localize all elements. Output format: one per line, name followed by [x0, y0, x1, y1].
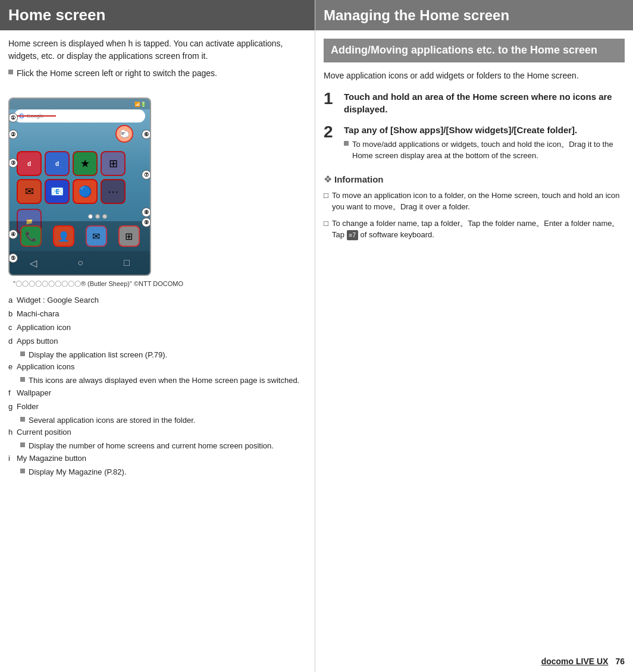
info-diamond-icon: ❖: [324, 174, 332, 185]
copyright-text: "〇〇〇〇〇〇〇〇〇〇® (Butler Sheep)" ©NTT DOCOMO: [13, 280, 183, 287]
keyboard-icon: ≡7: [347, 230, 358, 240]
left-header: Home screen: [0, 0, 315, 30]
item-row-g: g Folder: [8, 401, 306, 413]
dock-apps: ⊞: [118, 225, 140, 247]
indicator-4: ④: [8, 230, 18, 239]
item-sub-d: Display the application list screen (P.7…: [8, 349, 306, 362]
item-sub-i-text: Display My Magazine (P.82).: [29, 466, 127, 479]
bullet-i-icon: [20, 469, 25, 473]
app-icon-more: ⋯: [101, 179, 126, 204]
phone-copyright: "〇〇〇〇〇〇〇〇〇〇® (Butler Sheep)" ©NTT DOCOMO: [13, 280, 183, 288]
item-letter-g: g: [8, 401, 17, 413]
step-2-sub-text: To move/add applications or widgets, tou…: [352, 139, 625, 162]
indicator-6: ⑥: [142, 130, 151, 139]
step-2-bullet: To move/add applications or widgets, tou…: [344, 139, 625, 162]
info-section: ❖ Information □ To move an application i…: [324, 174, 625, 241]
item-letter-h: h: [8, 426, 17, 439]
footer: docomo LIVE UX 76: [315, 651, 633, 672]
item-letter-a: a: [8, 294, 17, 307]
dock-contacts: 👤: [53, 225, 74, 247]
item-row-h: h Current position: [8, 426, 306, 439]
indicator-2: ②: [8, 130, 18, 139]
step-2: 2 Tap any of [Show apps]/[Show widgets]/…: [324, 124, 625, 165]
item-label-f: Wallpaper: [17, 387, 51, 400]
info-title: Information: [334, 174, 384, 184]
info-bullet-2: □ To change a folder name, tap a folder。…: [324, 218, 625, 241]
indicator-5: ⑤: [8, 253, 18, 263]
right-body: Adding/Moving applications etc. to the H…: [315, 39, 633, 245]
info-text-1: To move an application icon to a folder,…: [332, 190, 625, 213]
step-1-number: 1: [324, 90, 344, 107]
icon-row-2: ✉ 📧 🔵 ⋯: [17, 179, 143, 204]
item-letter-e: e: [8, 361, 17, 373]
item-sub-h-text: Display the number of home screens and c…: [29, 440, 274, 453]
right-column: Managing the Home screen Adding/Moving a…: [315, 0, 633, 672]
phone-image: 📶🔋 G Google 🐑 d: [8, 98, 151, 276]
item-sub-e-text: This icons are always displayed even whe…: [29, 375, 299, 387]
nav-back: ◁: [30, 258, 37, 269]
item-sub-g: Several application icons are stored in …: [8, 414, 306, 427]
item-row-b: b Machi-chara: [8, 308, 306, 321]
info-text-2: To change a folder name, tap a folder。Ta…: [332, 218, 625, 241]
right-header: Managing the Home screen: [315, 0, 633, 30]
indicator-3: ③: [8, 158, 18, 168]
item-letter-i: i: [8, 453, 17, 465]
machi-chara: 🐑: [115, 125, 133, 143]
nav-recent: □: [124, 258, 130, 268]
app-icon-grid-box: ⊞: [101, 151, 126, 176]
item-label-b: Machi-chara: [17, 308, 59, 321]
step-2-number: 2: [324, 124, 344, 140]
bottom-dock: 📞 👤 ✉ ⊞: [10, 221, 150, 251]
bullet-square-icon: [8, 70, 13, 74]
step-2-text: Tap any of [Show apps]/[Show widgets]/[C…: [344, 125, 577, 135]
item-label-a: Widget : Google Search: [17, 294, 99, 307]
info-bullet2-mark: □: [324, 218, 332, 241]
info-header: ❖ Information: [324, 174, 625, 185]
bullet-e-icon: [20, 377, 25, 382]
left-bullet1-text: Flick the Home screen left or right to s…: [17, 67, 217, 80]
phone-container: 📶🔋 G Google 🐑 d: [8, 98, 306, 288]
item-label-d: Apps button: [17, 335, 58, 348]
item-label-c: Application icon: [17, 322, 71, 334]
step-1: 1 Touch and hold an area of the Home scr…: [324, 90, 625, 115]
item-sub-g-text: Several application icons are stored in …: [29, 414, 195, 427]
app-icon-d2: d: [45, 151, 70, 176]
step-1-content: Touch and hold an area of the Home scree…: [344, 90, 625, 115]
info-bullet-1: □ To move an application icon to a folde…: [324, 190, 625, 213]
item-sub-d-text: Display the application list screen (P.7…: [29, 349, 167, 362]
item-label-h: Current position: [17, 426, 71, 439]
item-list: a Widget : Google Search b Machi-chara c…: [0, 294, 315, 478]
item-sub-h: Display the number of home screens and c…: [8, 440, 306, 453]
app-icon-star: ★: [73, 151, 98, 176]
indicator-7: ⑦: [142, 170, 151, 180]
bullet-d-icon: [20, 351, 25, 356]
section-intro: Move application icons or add widgets or…: [324, 70, 625, 82]
left-title: Home screen: [8, 6, 306, 24]
item-label-i: My Magazine button: [17, 453, 86, 465]
item-sub-i: Display My Magazine (P.82).: [8, 466, 306, 479]
app-icon-d: d: [17, 151, 42, 176]
item-row-e: e Application icons: [8, 361, 306, 373]
step-1-text: Touch and hold an area of the Home scree…: [344, 92, 612, 114]
callout-a-line: [14, 115, 56, 117]
position-dots: [51, 213, 144, 219]
item-letter-b: b: [8, 308, 17, 321]
item-label-e: Application icons: [17, 361, 75, 373]
item-row-c: c Application icon: [8, 322, 306, 334]
indicator-1: ①: [8, 113, 18, 123]
info-bullet1-mark: □: [324, 190, 332, 213]
bullet-step2-icon: [344, 141, 349, 146]
dock-phone: 📞: [20, 225, 42, 247]
app-icon-chrome: 🔵: [73, 179, 98, 204]
footer-brand: docomo LIVE UX: [541, 657, 609, 666]
left-column: Home screen Home screen is displayed whe…: [0, 0, 315, 672]
indicator-8: ⑧: [142, 208, 151, 217]
nav-home: ○: [77, 258, 83, 268]
item-letter-c: c: [8, 322, 17, 334]
item-label-g: Folder: [17, 401, 39, 413]
left-body: Home screen is displayed when h is tappe…: [0, 37, 315, 92]
left-bullet1: Flick the Home screen left or right to s…: [8, 67, 306, 80]
item-sub-e: This icons are always displayed even whe…: [8, 375, 306, 387]
dock-email: ✉: [86, 225, 107, 247]
item-letter-f: f: [8, 387, 17, 400]
